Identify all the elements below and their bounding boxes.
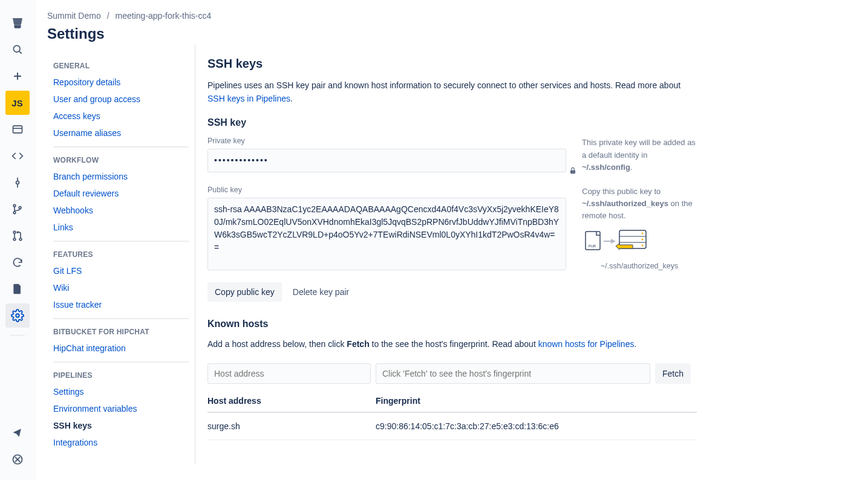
svg-rect-4 bbox=[13, 126, 22, 133]
sidebar-heading-workflow: WORKFLOW bbox=[53, 150, 189, 168]
pipelines-icon[interactable] bbox=[5, 250, 30, 274]
known-hosts-table-header: Host address Fingerprint bbox=[207, 396, 697, 413]
authorized-keys-illustration: .PUB ~/.ssh/author bbox=[582, 228, 697, 270]
sidebar-item-links[interactable]: Links bbox=[53, 219, 189, 236]
settings-sidebar: GENERALRepository detailsUser and group … bbox=[47, 45, 195, 464]
fingerprint-cell: c9:90:86:14:05:c1:7c:3a:cb:27:e5:e3:cd:1… bbox=[376, 421, 697, 431]
host-address-input[interactable] bbox=[207, 363, 371, 384]
svg-point-0 bbox=[13, 45, 20, 52]
svg-point-14 bbox=[19, 238, 22, 241]
svg-point-15 bbox=[16, 314, 19, 317]
search-icon[interactable] bbox=[5, 37, 30, 62]
sidebar-item-access-keys[interactable]: Access keys bbox=[53, 108, 189, 125]
svg-point-9 bbox=[13, 204, 16, 207]
breadcrumb: Summit Demo / meeting-app-fork-this-cc4 bbox=[47, 11, 856, 25]
svg-rect-19 bbox=[570, 170, 575, 174]
sidebar-item-integrations[interactable]: Integrations bbox=[53, 434, 189, 451]
known-hosts-intro: Add a host address below, then click Fet… bbox=[207, 338, 697, 351]
sidebar-heading-hipchat: BITBUCKET FOR HIPCHAT bbox=[53, 322, 189, 340]
sidebar-item-environment-variables[interactable]: Environment variables bbox=[53, 400, 189, 417]
settings-gear-icon[interactable] bbox=[5, 303, 30, 328]
feedback-icon[interactable] bbox=[5, 421, 30, 445]
sidebar-heading-general: GENERAL bbox=[53, 56, 189, 74]
svg-point-12 bbox=[13, 231, 16, 233]
private-key-label: Private key bbox=[207, 137, 566, 145]
svg-point-10 bbox=[13, 212, 16, 214]
sidebar-item-branch-permissions[interactable]: Branch permissions bbox=[53, 168, 189, 185]
lock-icon bbox=[569, 166, 577, 175]
sidebar-item-user-and-group-access[interactable]: User and group access bbox=[53, 91, 189, 108]
breadcrumb-repo[interactable]: meeting-app-fork-this-cc4 bbox=[116, 11, 212, 21]
sidebar-heading-pipelines: PIPELINES bbox=[53, 365, 189, 383]
page-title: Settings bbox=[47, 25, 856, 42]
help-icon[interactable] bbox=[5, 447, 30, 472]
sidebar-item-username-aliases[interactable]: Username aliases bbox=[53, 125, 189, 141]
svg-marker-22 bbox=[611, 239, 616, 244]
public-key-field[interactable]: ssh-rsa AAAAB3NzaC1yc2EAAAADAQABAAAAgQCe… bbox=[207, 198, 566, 270]
panel-title: SSH keys bbox=[207, 57, 697, 71]
source-icon[interactable] bbox=[5, 144, 30, 168]
svg-point-26 bbox=[642, 233, 644, 235]
private-key-hint: This private key will be added as a defa… bbox=[582, 137, 697, 173]
sidebar-item-webhooks[interactable]: Webhooks bbox=[53, 202, 189, 219]
left-rail: JS bbox=[0, 0, 35, 480]
ssh-key-subtitle: SSH key bbox=[207, 117, 697, 128]
create-icon[interactable] bbox=[5, 64, 30, 88]
svg-point-27 bbox=[642, 239, 644, 241]
sidebar-item-wiki[interactable]: Wiki bbox=[53, 279, 189, 296]
bitbucket-logo-icon[interactable] bbox=[5, 11, 30, 35]
main-panel: SSH keys Pipelines uses an SSH key pair … bbox=[195, 45, 709, 464]
branches-icon[interactable] bbox=[5, 197, 30, 221]
pull-requests-icon[interactable] bbox=[5, 224, 30, 248]
sidebar-item-settings[interactable]: Settings bbox=[53, 383, 189, 400]
copy-public-key-button[interactable]: Copy public key bbox=[207, 282, 282, 302]
sidebar-item-hipchat-integration[interactable]: HipChat integration bbox=[53, 340, 189, 357]
project-avatar[interactable]: JS bbox=[5, 91, 30, 115]
commits-icon[interactable] bbox=[5, 170, 30, 195]
known-hosts-doc-link[interactable]: known hosts for Pipelines bbox=[538, 339, 635, 349]
rail-divider bbox=[10, 335, 25, 336]
sidebar-item-ssh-keys[interactable]: SSH keys bbox=[53, 417, 189, 434]
svg-point-6 bbox=[16, 181, 19, 184]
fingerprint-display bbox=[376, 363, 650, 384]
ssh-keys-doc-link[interactable]: SSH keys in Pipelines bbox=[207, 94, 290, 103]
private-key-field: ••••••••••••• bbox=[207, 149, 566, 172]
known-hosts-title: Known hosts bbox=[207, 319, 697, 329]
svg-point-13 bbox=[13, 238, 16, 241]
delete-key-pair-button[interactable]: Delete key pair bbox=[286, 282, 356, 302]
public-key-hint: Copy this public key to ~/.ssh/authorize… bbox=[582, 186, 697, 222]
svg-line-1 bbox=[19, 51, 21, 54]
panel-intro: Pipelines uses an SSH key pair and known… bbox=[207, 79, 697, 105]
downloads-icon[interactable] bbox=[5, 277, 30, 301]
breadcrumb-project[interactable]: Summit Demo bbox=[47, 11, 101, 21]
svg-point-11 bbox=[19, 207, 21, 209]
host-cell: surge.sh bbox=[207, 421, 376, 431]
svg-text:.PUB: .PUB bbox=[587, 244, 596, 248]
breadcrumb-separator: / bbox=[107, 11, 109, 21]
sidebar-item-issue-tracker[interactable]: Issue tracker bbox=[53, 296, 189, 313]
sidebar-item-repository-details[interactable]: Repository details bbox=[53, 74, 189, 91]
public-key-label: Public key bbox=[207, 186, 566, 194]
known-host-row: surge.shc9:90:86:14:05:c1:7c:3a:cb:27:e5… bbox=[207, 421, 697, 440]
overview-icon[interactable] bbox=[5, 117, 30, 141]
fetch-button[interactable]: Fetch bbox=[655, 363, 691, 384]
sidebar-item-default-reviewers[interactable]: Default reviewers bbox=[53, 185, 189, 202]
svg-point-28 bbox=[642, 245, 644, 247]
sidebar-item-git-lfs[interactable]: Git LFS bbox=[53, 262, 189, 279]
sidebar-heading-features: FEATURES bbox=[53, 244, 189, 262]
